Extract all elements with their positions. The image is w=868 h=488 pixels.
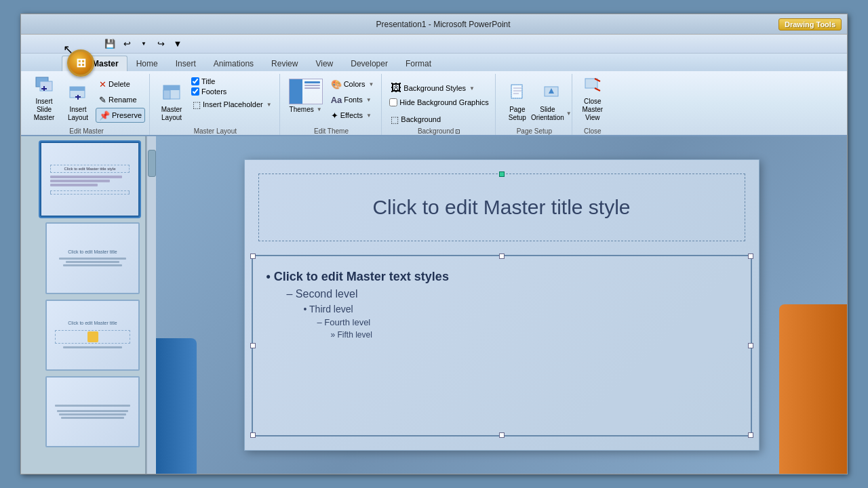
master-layout-footer: Master Layout xyxy=(155,127,275,135)
slide-thumb-2-title: Click to edit Master title xyxy=(68,249,117,254)
furniture-right xyxy=(779,304,847,474)
slide-thumb-4-inner xyxy=(47,378,138,446)
slide-thumb-3[interactable]: Click to edit Master title xyxy=(45,300,140,371)
theme-options-stack: 🎨 Colors ▼ Aa Fonts ▼ ✦ Effects ▼ xyxy=(328,77,378,123)
background-button[interactable]: ⬚ Background xyxy=(387,112,490,127)
slide-thumb-1-footer xyxy=(50,190,130,195)
svg-rect-17 xyxy=(585,79,597,88)
master-layout-button[interactable]: Master Layout xyxy=(155,77,188,125)
background-styles-icon: 🖼 xyxy=(391,82,401,94)
bullet-5-text: » Fifth level xyxy=(331,330,737,340)
undo-button[interactable]: ↩ xyxy=(119,37,134,52)
background-footer: Background ⊡ xyxy=(387,127,490,135)
fonts-button[interactable]: Aa Fonts ▼ xyxy=(328,92,378,107)
master-layout-label: Master Layout xyxy=(157,106,186,122)
hide-bg-graphics-row[interactable]: Hide Background Graphics xyxy=(387,98,490,107)
tab-review[interactable]: Review xyxy=(262,55,307,71)
ribbon-group-page-setup: Page Setup Slide Orientation ▼ xyxy=(497,74,572,135)
svg-rect-5 xyxy=(70,87,85,91)
handle-tr[interactable] xyxy=(748,253,753,259)
svg-rect-9 xyxy=(163,85,180,90)
office-logo: ⊞ xyxy=(76,56,86,70)
insert-layout-label: Insert Layout xyxy=(64,106,92,122)
drawing-tools-badge: Drawing Tools xyxy=(778,18,842,30)
insert-layout-button[interactable]: Insert Layout xyxy=(62,77,94,125)
handle-br[interactable] xyxy=(748,432,753,438)
title-checkbox-label: Title xyxy=(201,77,215,85)
background-icon: ⬚ xyxy=(391,115,399,125)
fonts-icon: Aa xyxy=(331,95,342,105)
effects-icon: ✦ xyxy=(331,110,338,121)
footers-checkbox[interactable] xyxy=(191,87,199,96)
main-slide[interactable]: Click to edit Master title style • Cli xyxy=(244,159,760,451)
page-setup-content: Page Setup Slide Orientation ▼ xyxy=(501,74,568,127)
handle-tc[interactable] xyxy=(499,253,505,259)
edit-theme-group-label: Edit Theme xyxy=(314,127,349,135)
page-setup-button[interactable]: Page Setup xyxy=(501,77,534,125)
delete-button[interactable]: ✕ Delete xyxy=(96,77,145,92)
ribbon-group-master-layout: Master Layout Title Footers ⬚ Insert Pla… xyxy=(151,74,280,135)
themes-label: Themes xyxy=(290,106,314,113)
master-layout-icon xyxy=(162,83,181,104)
slide-title-text: Click to edit Master title style xyxy=(372,196,630,219)
insert-layout-icon xyxy=(68,83,87,104)
preserve-label: Preserve xyxy=(112,111,142,119)
title-checkbox-row[interactable]: Title xyxy=(189,77,275,86)
handle-bc[interactable] xyxy=(499,432,505,438)
handle-mr[interactable] xyxy=(748,343,753,348)
undo-dropdown[interactable]: ▼ xyxy=(136,37,151,52)
slide-thumb-4[interactable] xyxy=(45,376,140,447)
close-master-button[interactable]: Close Master View xyxy=(578,77,608,125)
edit-master-content: Insert Slide Master Insert Layout xyxy=(28,74,145,127)
effects-button[interactable]: ✦ Effects ▼ xyxy=(328,108,378,123)
footers-checkbox-row[interactable]: Footers xyxy=(189,87,275,96)
colors-button[interactable]: 🎨 Colors ▼ xyxy=(328,77,378,92)
insert-slide-master-button[interactable]: Insert Slide Master xyxy=(28,77,60,125)
slide-thumb-1-inner: Click to edit Master title style xyxy=(41,143,138,216)
rename-button[interactable]: ✎ Rename xyxy=(96,92,145,107)
quick-access-toolbar: 💾 ↩ ▼ ↪ ▼ ↖ xyxy=(21,35,847,54)
slide-orientation-button[interactable]: Slide Orientation ▼ xyxy=(535,77,568,125)
more-qat[interactable]: ▼ xyxy=(170,37,185,52)
close-footer: Close xyxy=(578,127,608,135)
tab-developer[interactable]: Developer xyxy=(342,55,397,71)
preserve-button[interactable]: 📌 Preserve xyxy=(96,108,145,123)
slide-thumb-1-lines xyxy=(50,174,130,188)
background-dialog-launcher[interactable]: ⊡ xyxy=(455,128,460,135)
slide-panel-scrollbar[interactable] xyxy=(146,136,156,474)
hide-bg-graphics-label: Hide Background Graphics xyxy=(399,98,488,106)
bullet-3-text: • Third level xyxy=(304,304,737,314)
page-setup-group-label: Page Setup xyxy=(517,127,552,135)
handle-top-center[interactable] xyxy=(499,171,505,177)
title-checkbox[interactable] xyxy=(191,77,199,85)
close-master-label: Close Master View xyxy=(580,98,606,122)
hide-bg-graphics-checkbox[interactable] xyxy=(389,98,397,106)
tab-view[interactable]: View xyxy=(307,55,342,71)
insert-placeholder-label: Insert Placeholder xyxy=(203,100,263,108)
save-button[interactable]: 💾 xyxy=(102,37,117,52)
handle-tl[interactable] xyxy=(250,253,256,259)
tab-format[interactable]: Format xyxy=(397,55,440,71)
themes-button[interactable]: Themes ▼ xyxy=(285,77,326,123)
page-setup-label: Page Setup xyxy=(503,106,532,122)
title-bar: Presentation1 - Microsoft PowerPoint Dra… xyxy=(21,14,847,35)
themes-preview xyxy=(289,79,323,104)
handle-ml[interactable] xyxy=(250,343,256,348)
slide-thumb-1[interactable]: Click to edit Master title style xyxy=(40,142,140,217)
tab-home[interactable]: Home xyxy=(127,55,167,71)
page-setup-footer: Page Setup xyxy=(501,127,568,135)
slide-thumb-2[interactable]: Click to edit Master title xyxy=(45,222,140,293)
tab-animations[interactable]: Animations xyxy=(205,55,262,71)
slide-title-placeholder[interactable]: Click to edit Master title style xyxy=(258,174,745,241)
office-button[interactable]: ⊞ xyxy=(67,49,94,77)
tab-insert[interactable]: Insert xyxy=(167,55,205,71)
handle-bl[interactable] xyxy=(250,432,256,438)
bullet-1-row: • Click to edit Master text styles xyxy=(267,270,737,284)
ribbon-group-close: Close Master View Close xyxy=(574,74,612,135)
bullet-2-text: – Second level xyxy=(287,288,737,300)
insert-placeholder-button[interactable]: ⬚ Insert Placeholder ▼ xyxy=(189,97,275,112)
fonts-label: Fonts xyxy=(344,96,363,104)
slide-content-placeholder[interactable]: • Click to edit Master text styles – Sec… xyxy=(252,255,752,436)
background-styles-button[interactable]: 🖼 Background Styles ▼ xyxy=(387,81,490,96)
redo-button[interactable]: ↪ xyxy=(153,37,168,52)
